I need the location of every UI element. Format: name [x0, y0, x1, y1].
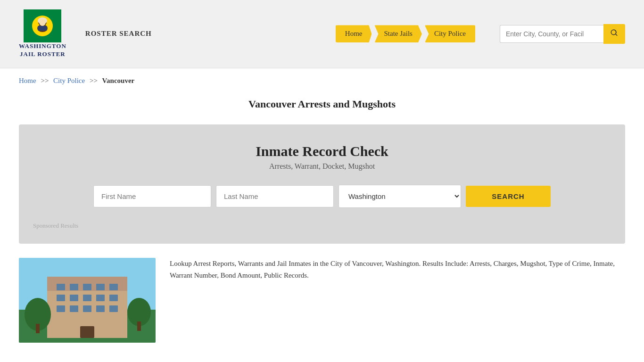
breadcrumb-sep2: >> [90, 77, 98, 84]
page-title: Vancouver Arrests and Mugshots [0, 93, 644, 124]
nav-home-button[interactable]: Home [336, 25, 372, 42]
sponsored-results-label: Sponsored Results [33, 217, 611, 230]
svg-rect-18 [83, 295, 91, 301]
logo-flag-icon [24, 9, 61, 42]
nav: Home State Jails City Police [336, 25, 476, 42]
svg-point-5 [39, 18, 46, 26]
svg-rect-23 [83, 305, 91, 312]
inmate-record-subtitle: Arrests, Warrant, Docket, Mugshot [33, 162, 611, 171]
svg-rect-17 [70, 295, 78, 301]
inmate-record-box: Inmate Record Check Arrests, Warrant, Do… [19, 124, 625, 244]
inmate-record-title: Inmate Record Check [33, 143, 611, 159]
svg-rect-21 [57, 305, 65, 312]
header-search-area [500, 24, 625, 44]
roster-search-label: ROSTER SEARCH [85, 30, 152, 38]
svg-rect-16 [57, 295, 65, 301]
first-name-input[interactable] [93, 185, 211, 207]
state-select[interactable]: AlabamaAlaskaArizonaArkansasCaliforniaCo… [339, 185, 461, 208]
search-button[interactable]: SEARCH [466, 186, 551, 207]
nav-city-police-button[interactable]: City Police [425, 25, 475, 42]
svg-rect-22 [70, 305, 78, 312]
building-image [19, 258, 156, 343]
description-text: Lookup Arrest Reports, Warrants and Jail… [170, 258, 625, 282]
header-search-button[interactable] [603, 24, 625, 44]
svg-rect-11 [57, 284, 65, 290]
svg-rect-25 [109, 305, 118, 312]
svg-rect-26 [80, 326, 94, 338]
logo-link[interactable]: WASHINGTON JAIL ROSTER [19, 9, 66, 58]
last-name-input[interactable] [216, 185, 334, 207]
svg-rect-12 [70, 284, 78, 290]
breadcrumb-sep1: >> [41, 77, 49, 84]
logo-title: WASHINGTON JAIL ROSTER [19, 42, 66, 58]
search-form-row: AlabamaAlaskaArizonaArkansasCaliforniaCo… [33, 185, 611, 208]
svg-rect-6 [38, 26, 47, 31]
bottom-section: Lookup Arrest Reports, Warrants and Jail… [0, 244, 644, 357]
svg-rect-13 [83, 284, 91, 290]
svg-rect-28 [36, 324, 40, 333]
breadcrumb-current: Vancouver [102, 77, 135, 84]
header: WASHINGTON JAIL ROSTER ROSTER SEARCH Hom… [0, 0, 644, 68]
breadcrumb: Home >> City Police >> Vancouver [0, 68, 644, 93]
svg-rect-24 [96, 305, 105, 312]
svg-rect-19 [96, 295, 105, 301]
header-search-input[interactable] [500, 25, 603, 43]
nav-state-jails-button[interactable]: State Jails [374, 25, 421, 42]
building-illustration [19, 258, 156, 343]
breadcrumb-city-police-link[interactable]: City Police [53, 77, 85, 84]
svg-rect-30 [137, 321, 141, 331]
svg-rect-15 [109, 284, 118, 290]
svg-rect-20 [109, 295, 118, 301]
breadcrumb-home-link[interactable]: Home [19, 77, 36, 84]
svg-rect-14 [96, 284, 105, 290]
search-icon [610, 29, 619, 37]
